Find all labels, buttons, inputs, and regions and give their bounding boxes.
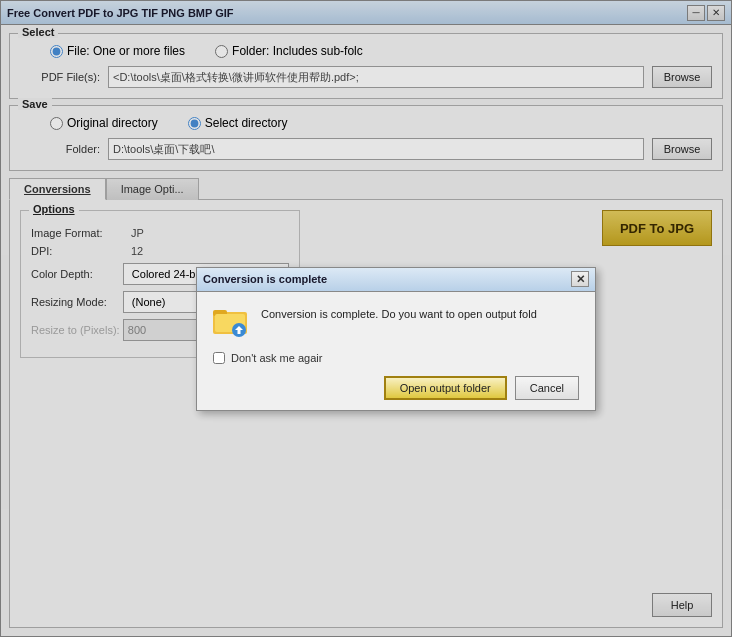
modal-overlay: Conversion is complete ✕ Conversion is c… [0,0,732,637]
modal-message-row: Conversion is complete. Do you want to o… [213,306,579,338]
modal-title: Conversion is complete [203,273,327,285]
modal-cancel-button[interactable]: Cancel [515,376,579,400]
open-output-folder-button[interactable]: Open output folder [384,376,507,400]
modal-buttons: Open output folder Cancel [213,376,579,400]
modal-dialog: Conversion is complete ✕ Conversion is c… [196,267,596,411]
folder-icon [213,306,249,338]
modal-title-bar: Conversion is complete ✕ [197,268,595,292]
dont-ask-label: Don't ask me agair [231,352,322,364]
modal-body: Conversion is complete. Do you want to o… [197,292,595,410]
modal-checkbox-row: Don't ask me agair [213,352,579,364]
dont-ask-checkbox[interactable] [213,352,225,364]
modal-close-button[interactable]: ✕ [571,271,589,287]
modal-message: Conversion is complete. Do you want to o… [261,306,537,323]
